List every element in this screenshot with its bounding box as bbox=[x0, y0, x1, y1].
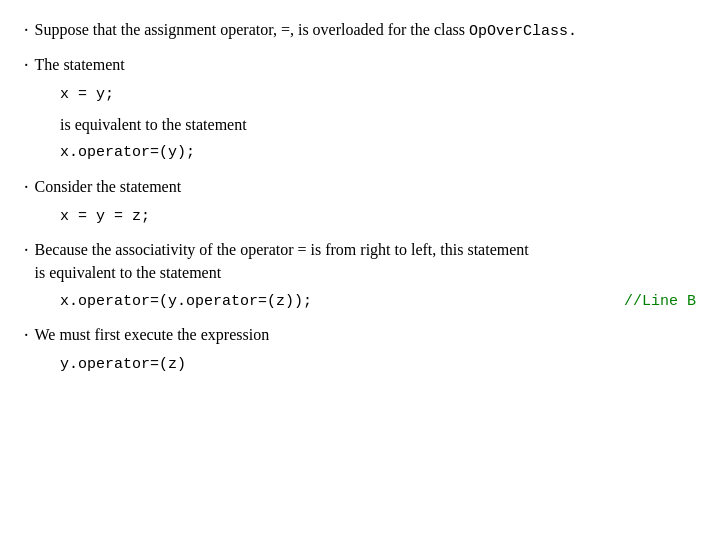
code-block-xyz: x = y = z; bbox=[60, 206, 696, 229]
bullet-text-5: We must first execute the expression bbox=[35, 323, 697, 346]
bullet-item-4: · Because the associativity of the opera… bbox=[24, 238, 696, 284]
bullet-text-2: The statement bbox=[35, 53, 697, 76]
bullet-text-3: Consider the statement bbox=[35, 175, 697, 198]
bullet-symbol-2: · bbox=[24, 53, 29, 78]
inline-code-opoverclass: OpOverClass. bbox=[469, 23, 577, 40]
plain-text-equivalent-1: is equivalent to the statement bbox=[60, 113, 696, 136]
code-block-xoperator-yz: x.operator=(y.operator=(z)); //Line B bbox=[60, 291, 696, 314]
bullet-symbol-1: · bbox=[24, 18, 29, 43]
code-comment-lineb: //Line B bbox=[624, 291, 696, 314]
bullet-symbol-4: · bbox=[24, 238, 29, 263]
bullet-symbol-3: · bbox=[24, 175, 29, 200]
bullet-symbol-5: · bbox=[24, 323, 29, 348]
bullet-text-4-line2: is equivalent to the statement bbox=[35, 264, 222, 281]
code-block-yoperatorz: y.operator=(z) bbox=[60, 354, 696, 377]
bullet-item-1: · Suppose that the assignment operator, … bbox=[24, 18, 696, 43]
code-block-xy: x = y; bbox=[60, 84, 696, 107]
bullet-item-2: · The statement bbox=[24, 53, 696, 78]
bullet-item-3: · Consider the statement bbox=[24, 175, 696, 200]
bullet-text-4: Because the associativity of the operato… bbox=[35, 238, 697, 284]
bullet-text-1: Suppose that the assignment operator, =,… bbox=[35, 18, 697, 43]
bullet-item-5: · We must first execute the expression bbox=[24, 323, 696, 348]
bullet-text-4-line1: Because the associativity of the operato… bbox=[35, 241, 529, 258]
code-block-xoperatory: x.operator=(y); bbox=[60, 142, 696, 165]
code-text-xoperator: x.operator=(y.operator=(z)); bbox=[60, 291, 312, 314]
